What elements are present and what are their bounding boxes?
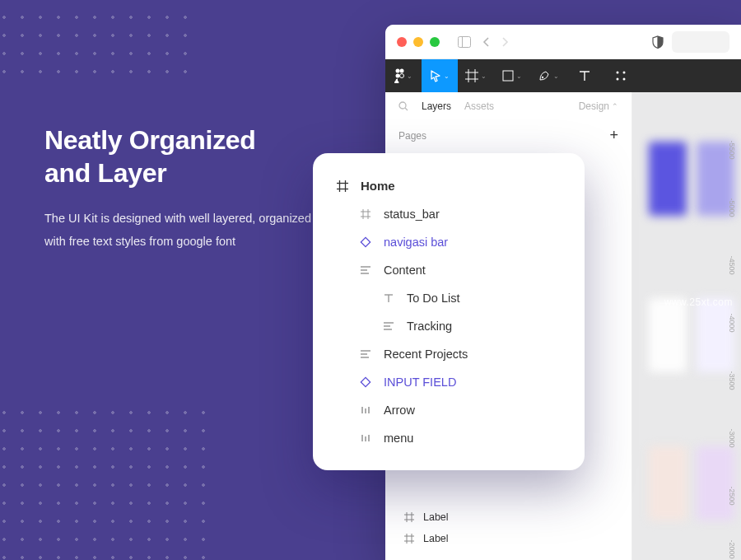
tab-design[interactable]: Design ⌃ bbox=[579, 100, 618, 112]
layer-arrow[interactable]: Arrow bbox=[313, 396, 585, 424]
layer-label: Home bbox=[361, 179, 395, 193]
group-icon bbox=[382, 322, 395, 330]
svg-point-3 bbox=[400, 69, 404, 73]
shield-icon[interactable] bbox=[652, 35, 664, 49]
svg-rect-48 bbox=[361, 377, 370, 386]
layer-label: Label bbox=[423, 511, 449, 523]
layer-input-field[interactable]: INPUT FIELD bbox=[313, 368, 585, 396]
canvas-thumb bbox=[697, 446, 734, 520]
layer-status-bar[interactable]: status_bar bbox=[313, 200, 585, 228]
text-tool-button[interactable] bbox=[566, 59, 603, 92]
layer-label: INPUT FIELD bbox=[384, 376, 456, 389]
svg-point-18 bbox=[399, 102, 406, 109]
pen-tool-button[interactable]: ⌄ bbox=[530, 59, 566, 92]
layer-row-label[interactable]: Label bbox=[385, 506, 631, 528]
svg-point-16 bbox=[617, 78, 619, 81]
svg-line-19 bbox=[405, 108, 408, 110]
ruler-tick: -2500 bbox=[728, 486, 736, 505]
layer-tracking[interactable]: Tracking bbox=[313, 312, 585, 340]
ruler-tick: -4000 bbox=[728, 313, 736, 332]
canvas-area[interactable]: -5500 -5000 -4500 -4000 -3500 -3000 -250… bbox=[632, 92, 741, 560]
svg-point-2 bbox=[396, 69, 400, 73]
chevron-down-icon: ⌄ bbox=[407, 72, 412, 80]
hero-body: The UI Kit is designed with well layered… bbox=[44, 208, 357, 253]
add-page-button[interactable]: + bbox=[609, 127, 618, 144]
pages-heading: Pages bbox=[398, 130, 426, 142]
group-icon bbox=[359, 350, 372, 358]
ruler-tick: -3500 bbox=[728, 371, 736, 390]
ruler-tick: -4500 bbox=[728, 255, 736, 274]
canvas-thumb bbox=[649, 298, 687, 372]
resources-button[interactable] bbox=[603, 59, 639, 92]
layer-label: navigasi bar bbox=[384, 236, 448, 249]
hero-title-line2: and Layer bbox=[44, 158, 166, 188]
sidebar-toggle-icon[interactable] bbox=[458, 36, 471, 48]
decorative-dots bbox=[0, 404, 209, 560]
layers-popover: Home status_bar navigasi bar Content To … bbox=[313, 153, 585, 470]
layer-row-label[interactable]: Label bbox=[385, 528, 631, 549]
minimize-icon[interactable] bbox=[413, 37, 423, 47]
svg-point-17 bbox=[623, 78, 626, 81]
canvas-thumb bbox=[697, 298, 734, 372]
figma-menu-button[interactable]: ⌄ bbox=[385, 59, 422, 92]
ruler-tick: -3000 bbox=[728, 428, 736, 447]
layer-label: Arrow bbox=[384, 404, 415, 417]
text-icon bbox=[382, 293, 395, 303]
hero-title: Neatly Organized and Layer bbox=[44, 124, 357, 189]
group-icon bbox=[359, 266, 372, 274]
chevron-up-icon: ⌃ bbox=[612, 102, 618, 110]
layer-content[interactable]: Content bbox=[313, 256, 585, 284]
layer-todo[interactable]: To Do List bbox=[313, 284, 585, 312]
move-tool-button[interactable]: ⌄ bbox=[422, 59, 458, 92]
layer-label: Label bbox=[423, 533, 449, 544]
search-icon[interactable] bbox=[398, 101, 408, 111]
ruler-tick: -5500 bbox=[728, 140, 736, 159]
layer-label: Content bbox=[384, 264, 426, 277]
shape-tool-button[interactable]: ⌄ bbox=[494, 59, 530, 92]
hero-title-line1: Neatly Organized bbox=[44, 125, 256, 155]
layer-label: Tracking bbox=[407, 320, 452, 333]
auto-layout-icon bbox=[359, 433, 372, 443]
svg-point-14 bbox=[617, 72, 619, 74]
canvas-thumb bbox=[649, 446, 687, 520]
nav-forward-icon[interactable] bbox=[501, 36, 509, 48]
layer-nav-bar[interactable]: navigasi bar bbox=[313, 228, 585, 256]
close-icon[interactable] bbox=[397, 37, 407, 47]
svg-rect-36 bbox=[361, 237, 370, 246]
svg-point-4 bbox=[396, 74, 400, 78]
layer-label: menu bbox=[384, 432, 413, 445]
canvas-thumb bbox=[649, 142, 687, 216]
svg-point-15 bbox=[623, 72, 626, 74]
tab-layers[interactable]: Layers bbox=[422, 100, 451, 112]
auto-layout-icon bbox=[359, 405, 372, 415]
mac-titlebar bbox=[385, 25, 741, 59]
component-icon bbox=[359, 236, 372, 248]
tab-design-label: Design bbox=[579, 100, 609, 112]
frame-tool-button[interactable]: ⌄ bbox=[458, 59, 494, 92]
layer-label: Recent Projects bbox=[384, 348, 468, 361]
chevron-down-icon: ⌄ bbox=[516, 72, 522, 80]
watermark-text: www.25xt.com bbox=[664, 296, 733, 308]
maximize-icon[interactable] bbox=[430, 37, 440, 47]
frame-icon bbox=[359, 209, 372, 219]
layer-label: status_bar bbox=[384, 208, 440, 221]
figma-toolbar: ⌄ ⌄ ⌄ ⌄ ⌄ bbox=[385, 59, 741, 92]
layer-recent[interactable]: Recent Projects bbox=[313, 340, 585, 368]
layer-label: To Do List bbox=[407, 292, 459, 305]
svg-point-11 bbox=[542, 77, 543, 78]
tab-assets[interactable]: Assets bbox=[464, 100, 494, 112]
chevron-down-icon: ⌄ bbox=[553, 72, 559, 80]
frame-icon bbox=[403, 534, 415, 544]
layer-home[interactable]: Home bbox=[313, 171, 585, 200]
url-field[interactable] bbox=[672, 31, 729, 53]
decorative-dots bbox=[0, 8, 193, 82]
layer-menu[interactable]: menu bbox=[313, 424, 585, 452]
frame-icon bbox=[336, 180, 349, 192]
component-icon bbox=[359, 376, 372, 388]
svg-point-5 bbox=[400, 74, 404, 78]
ruler-tick: -5000 bbox=[728, 198, 736, 217]
frame-icon bbox=[403, 512, 415, 522]
ruler-tick: -2000 bbox=[728, 539, 736, 558]
nav-back-icon[interactable] bbox=[482, 36, 490, 48]
svg-rect-10 bbox=[503, 71, 513, 81]
